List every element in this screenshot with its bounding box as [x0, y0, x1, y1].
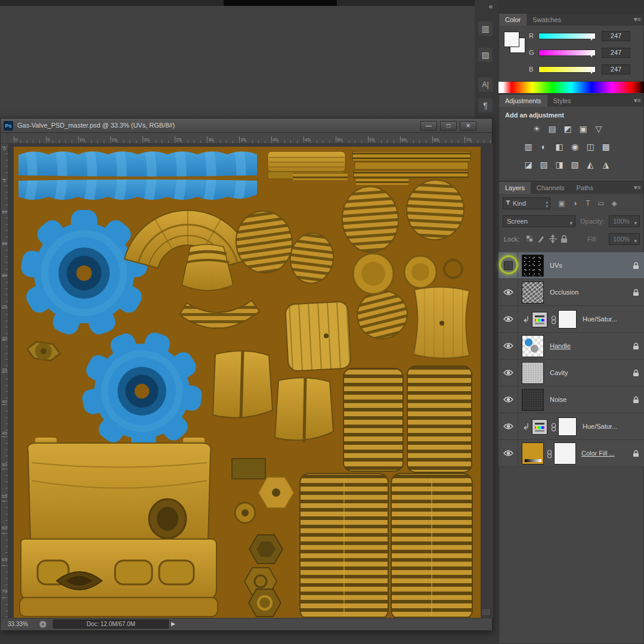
visibility-toggle[interactable]	[499, 386, 518, 413]
fill-layer-thumbnail[interactable]	[522, 442, 544, 465]
layer-thumbnail[interactable]	[522, 389, 544, 411]
lock-icon	[633, 369, 639, 377]
threshold-icon[interactable]: ◨	[552, 158, 567, 171]
tab-styles[interactable]: Styles	[547, 95, 577, 107]
adjustment-layer-thumbnail[interactable]	[532, 312, 547, 327]
zoom-level-field[interactable]: 33.33%	[8, 621, 28, 627]
brush-panel-icon[interactable]: ▨	[478, 48, 493, 62]
layer-thumbnail[interactable]	[522, 255, 544, 277]
photo-filter-icon[interactable]: ◉	[567, 140, 583, 153]
character-panel-icon[interactable]: A|	[478, 78, 493, 92]
color-lut-icon[interactable]: ◮	[598, 158, 614, 171]
blue-channel-slider[interactable]	[538, 66, 596, 73]
layer-row-hue-saturation-1[interactable]: Hue/Satur...	[499, 306, 644, 333]
layer-name[interactable]: Hue/Satur...	[583, 423, 617, 430]
layer-name[interactable]: Occlusion	[550, 289, 578, 296]
curves-icon[interactable]: ◩	[560, 122, 575, 135]
black-white-icon[interactable]: ◧	[552, 140, 567, 153]
layer-thumbnail[interactable]	[522, 281, 544, 304]
green-value-box[interactable]: 247	[602, 48, 630, 58]
layer-row-color-fill[interactable]: Color Fill ...	[499, 440, 644, 467]
paragraph-panel-icon[interactable]: ¶	[478, 98, 493, 113]
kind-filter-dropdown[interactable]: Kind ▴▾	[503, 197, 550, 209]
lock-position-icon[interactable]	[549, 234, 558, 243]
opacity-value-box[interactable]: 100%▾	[609, 215, 640, 227]
red-channel-slider[interactable]	[538, 33, 596, 39]
collapse-panels-button[interactable]: «	[484, 2, 497, 12]
align-panel-icon[interactable]: ▥	[478, 21, 493, 36]
visibility-toggle[interactable]	[499, 279, 518, 305]
close-button[interactable]: ×	[460, 121, 476, 131]
layer-name[interactable]: Noise	[550, 396, 566, 403]
layer-name[interactable]: Hue/Satur...	[583, 315, 617, 323]
visibility-toggle[interactable]	[499, 306, 518, 332]
slider-marker[interactable]	[589, 70, 594, 74]
tab-channels[interactable]: Channels	[531, 182, 570, 194]
green-channel-slider[interactable]	[538, 49, 596, 56]
lock-pixels-icon[interactable]	[537, 234, 546, 243]
layer-row-uvs[interactable]: UVs	[499, 252, 644, 279]
visibility-toggle[interactable]	[499, 413, 518, 439]
resize-grip[interactable]	[481, 608, 491, 616]
panel-menu-icon[interactable]: ▾≡	[634, 184, 641, 191]
layer-row-handle[interactable]: Handle	[499, 333, 644, 360]
canvas-viewport[interactable]	[8, 144, 493, 618]
layer-mask-thumbnail[interactable]	[554, 442, 576, 465]
channel-mixer-icon[interactable]: ◫	[583, 140, 598, 153]
layer-row-cavity[interactable]: Cavity	[499, 360, 644, 386]
filter-adjustment-layers-icon[interactable]: ◑	[568, 197, 581, 209]
visibility-toggle[interactable]	[499, 333, 518, 359]
vibrance-icon[interactable]: ▽	[591, 122, 606, 135]
layer-row-noise[interactable]: Noise	[499, 386, 644, 413]
layer-row-hue-saturation-2[interactable]: Hue/Satur...	[499, 413, 644, 440]
status-options-arrow[interactable]: ▶	[171, 621, 175, 627]
filter-type-layers-icon[interactable]: T	[581, 197, 595, 209]
selective-color-icon[interactable]: ◭	[583, 158, 598, 171]
color-spectrum-ramp[interactable]	[499, 81, 644, 93]
tab-swatches[interactable]: Swatches	[527, 14, 567, 26]
layer-name[interactable]: Color Fill ...	[581, 450, 615, 457]
hue-saturation-icon[interactable]: ▥	[521, 140, 536, 153]
panel-menu-icon[interactable]: ▾≡	[634, 97, 641, 104]
layer-name[interactable]: Cavity	[550, 369, 568, 376]
color-balance-icon[interactable]: ◐	[536, 140, 552, 153]
invert-icon[interactable]: ◪	[521, 158, 536, 171]
tab-color[interactable]: Color	[499, 14, 527, 26]
blend-mode-dropdown[interactable]: Screen▾	[503, 215, 575, 227]
minimize-button[interactable]: —	[420, 121, 437, 131]
layer-name[interactable]: Handle	[550, 342, 571, 349]
gradient-map-icon[interactable]: ▧	[567, 158, 583, 171]
layer-mask-thumbnail[interactable]	[558, 310, 577, 329]
lock-transparency-icon[interactable]	[525, 234, 534, 243]
levels-icon[interactable]: ▤	[544, 122, 560, 135]
posterize-icon[interactable]: ▨	[536, 158, 552, 171]
clipping-mask-arrow-icon	[522, 423, 530, 431]
visibility-toggle[interactable]	[499, 360, 518, 386]
lock-all-icon[interactable]	[560, 234, 568, 243]
tab-paths[interactable]: Paths	[571, 182, 599, 194]
maximize-button[interactable]: □	[440, 121, 457, 131]
blue-value-box[interactable]: 247	[602, 64, 630, 75]
layer-mask-thumbnail[interactable]	[558, 417, 577, 436]
filter-pixel-layers-icon[interactable]: ▣	[555, 197, 568, 209]
red-value-box[interactable]: 247	[602, 31, 630, 41]
window-titlebar[interactable]: Ps Gas-Valve_PSD_master.psd @ 33.3% (UVs…	[1, 119, 492, 133]
tab-adjustments[interactable]: Adjustments	[499, 95, 547, 107]
filter-smart-objects-icon[interactable]: ◈	[608, 197, 621, 209]
layer-thumbnail[interactable]	[522, 362, 544, 384]
visibility-toggle[interactable]	[499, 440, 518, 466]
filter-shape-layers-icon[interactable]: ▭	[595, 197, 608, 209]
adjustment-layer-thumbnail[interactable]	[532, 419, 547, 435]
slider-marker[interactable]	[589, 36, 594, 41]
panel-menu-icon[interactable]: ▾≡	[634, 16, 641, 23]
color-lookup-icon[interactable]: ▩	[598, 140, 614, 153]
exposure-icon[interactable]: ▣	[575, 122, 591, 135]
slider-marker[interactable]	[589, 53, 594, 57]
canvas-artwork[interactable]	[14, 147, 481, 618]
layer-thumbnail[interactable]	[522, 335, 544, 357]
fill-value-box[interactable]: 100%▾	[609, 233, 640, 245]
tab-layers[interactable]: Layers	[499, 182, 531, 194]
brightness-contrast-icon[interactable]: ☀	[529, 122, 544, 135]
layer-name[interactable]: UVs	[550, 262, 562, 269]
layer-row-occlusion[interactable]: Occlusion	[499, 279, 644, 306]
